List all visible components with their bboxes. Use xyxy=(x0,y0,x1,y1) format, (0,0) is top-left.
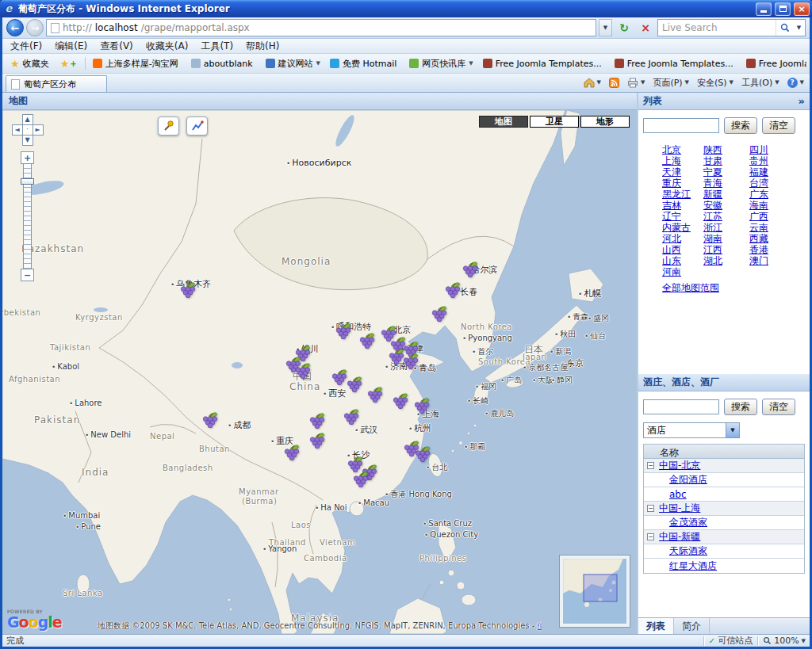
favorites-bar-item[interactable]: Free Joomla Templates... xyxy=(611,57,741,71)
province-link[interactable]: 新疆 xyxy=(703,189,749,200)
zoom-slider-handle[interactable] xyxy=(21,178,34,185)
province-link[interactable]: 辽宁 xyxy=(662,212,703,222)
print-button[interactable]: ▼ xyxy=(625,76,647,90)
safety-menu-button[interactable]: 安全(S)▼ xyxy=(695,75,736,90)
venue-category-select[interactable]: 酒店 ▼ xyxy=(643,422,740,438)
map-type-button[interactable]: 地形 xyxy=(580,116,630,128)
map-type-button[interactable]: 地图 xyxy=(479,116,528,128)
help-button[interactable]: ?▼ xyxy=(785,76,806,90)
province-link[interactable]: 湖北 xyxy=(703,256,749,266)
zoom-control[interactable]: 100% ▼ xyxy=(763,636,806,646)
province-link[interactable]: 北京 xyxy=(662,145,703,155)
venue-row[interactable]: 金阳酒店 xyxy=(644,473,804,487)
province-link[interactable]: 河南 xyxy=(662,267,703,277)
collapse-toggle-icon[interactable] xyxy=(647,505,654,512)
menu-item[interactable]: 文件(F) xyxy=(4,39,48,54)
terms-link[interactable]: 使用条款 xyxy=(538,621,542,630)
venue-clear-button[interactable]: 清空 xyxy=(762,399,795,415)
pan-left-button[interactable]: ◄ xyxy=(12,124,23,136)
grape-marker[interactable] xyxy=(462,262,479,277)
overview-map[interactable] xyxy=(559,555,630,628)
zoom-slider-track[interactable] xyxy=(23,164,32,269)
grape-marker[interactable] xyxy=(335,323,352,339)
collapse-panel-icon[interactable]: » xyxy=(799,95,805,107)
province-link[interactable]: 四川 xyxy=(749,145,795,155)
province-link[interactable]: 澳门 xyxy=(749,256,795,266)
page-menu-button[interactable]: 页面(P)▼ xyxy=(650,75,691,90)
province-link[interactable]: 云南 xyxy=(749,223,795,233)
province-link[interactable]: 西藏 xyxy=(749,234,795,244)
select-dropdown-icon[interactable]: ▼ xyxy=(726,423,739,437)
grape-marker[interactable] xyxy=(444,282,462,298)
grape-marker[interactable] xyxy=(308,433,326,449)
address-bar[interactable]: http://localhost/grape/mapportal.aspx xyxy=(46,19,596,36)
province-link[interactable]: 江苏 xyxy=(703,212,749,222)
province-link[interactable]: 广东 xyxy=(749,189,795,200)
search-icon[interactable] xyxy=(776,20,793,36)
province-search-button[interactable]: 搜索 xyxy=(724,117,757,134)
province-link[interactable]: 海南 xyxy=(749,200,795,211)
menu-item[interactable]: 查看(V) xyxy=(94,39,140,54)
maximize-button[interactable] xyxy=(775,2,791,16)
stop-button[interactable]: × xyxy=(636,19,655,36)
province-link[interactable]: 台湾 xyxy=(749,178,795,189)
province-link[interactable]: 重庆 xyxy=(662,178,703,189)
province-link[interactable]: 黑龙江 xyxy=(662,189,703,200)
full-map-extent-link[interactable]: 全部地图范围 xyxy=(662,281,810,295)
pan-center-button[interactable]: · xyxy=(22,124,33,136)
pan-down-button[interactable]: ▼ xyxy=(22,135,33,146)
sidebar-tab[interactable]: 简介 xyxy=(674,618,710,634)
province-link[interactable]: 陕西 xyxy=(703,145,749,155)
add-favorite-button[interactable]: ★+ xyxy=(56,57,82,71)
province-link[interactable]: 广西 xyxy=(749,212,795,222)
province-link[interactable]: 山西 xyxy=(662,245,703,255)
province-link[interactable]: 天津 xyxy=(662,167,703,178)
province-link[interactable]: 青海 xyxy=(703,178,749,189)
pan-right-button[interactable]: ► xyxy=(33,124,44,136)
venue-search-input[interactable] xyxy=(643,399,719,414)
province-link[interactable]: 贵州 xyxy=(749,156,795,166)
route-tool-button[interactable] xyxy=(186,116,208,136)
venue-link[interactable]: 天际酒家 xyxy=(669,544,707,558)
feeds-button[interactable] xyxy=(607,76,622,90)
province-link[interactable]: 内蒙古 xyxy=(662,223,703,233)
venue-row[interactable]: 红星大酒店 xyxy=(644,559,804,573)
search-options-dropdown[interactable]: ▼ xyxy=(793,20,805,36)
province-link[interactable]: 安徽 xyxy=(703,200,749,211)
grape-marker[interactable] xyxy=(294,363,312,379)
pan-up-button[interactable]: ▲ xyxy=(22,114,33,125)
address-history-dropdown[interactable]: ▼ xyxy=(599,19,612,36)
venue-row[interactable]: abc xyxy=(644,487,804,502)
grape-marker[interactable] xyxy=(366,387,384,403)
favorites-bar-item[interactable]: Free Joomla Templates... xyxy=(479,57,609,71)
venue-row[interactable]: 中国-北京 xyxy=(644,459,804,473)
grape-marker[interactable] xyxy=(402,353,419,369)
search-input[interactable] xyxy=(658,22,776,33)
tab-grape-map[interactable]: 葡萄产区分布 xyxy=(6,75,107,92)
grape-marker[interactable] xyxy=(343,409,360,425)
refresh-button[interactable]: ↻ xyxy=(615,19,634,36)
venue-search-button[interactable]: 搜索 xyxy=(724,399,757,415)
favorites-bar-item[interactable]: 上海多样屋-淘宝网 xyxy=(89,56,186,71)
province-link[interactable]: 浙江 xyxy=(703,223,749,233)
collapse-toggle-icon[interactable] xyxy=(647,462,654,469)
province-search-input[interactable] xyxy=(643,118,719,133)
grape-marker[interactable] xyxy=(201,412,219,428)
venue-link[interactable]: 金茂酒家 xyxy=(669,516,707,529)
favorites-button[interactable]: ★ 收藏夹 xyxy=(6,56,54,71)
security-zone[interactable]: ✓ 可信站点 xyxy=(709,635,753,647)
province-link[interactable]: 江西 xyxy=(703,245,749,255)
venue-row[interactable]: 中国-新疆 xyxy=(644,530,804,544)
province-link[interactable]: 香港 xyxy=(749,245,795,255)
province-link[interactable]: 甘肃 xyxy=(703,156,749,166)
favorites-bar-item[interactable]: 建议网站 ▼ xyxy=(262,56,324,71)
favorites-bar-item[interactable]: Free Joomla Templates... xyxy=(742,57,806,71)
google-wordmark[interactable]: Google xyxy=(7,613,62,631)
tools-menu-button[interactable]: 工具(O)▼ xyxy=(739,75,782,90)
grape-marker[interactable] xyxy=(431,306,448,322)
title-bar[interactable]: e 葡萄产区分布 - Windows Internet Explorer × xyxy=(0,0,812,17)
province-link[interactable]: 吉林 xyxy=(662,200,703,211)
venue-row[interactable]: 金茂酒家 xyxy=(644,516,804,530)
province-link[interactable]: 山东 xyxy=(662,256,703,266)
grape-marker[interactable] xyxy=(358,333,376,349)
